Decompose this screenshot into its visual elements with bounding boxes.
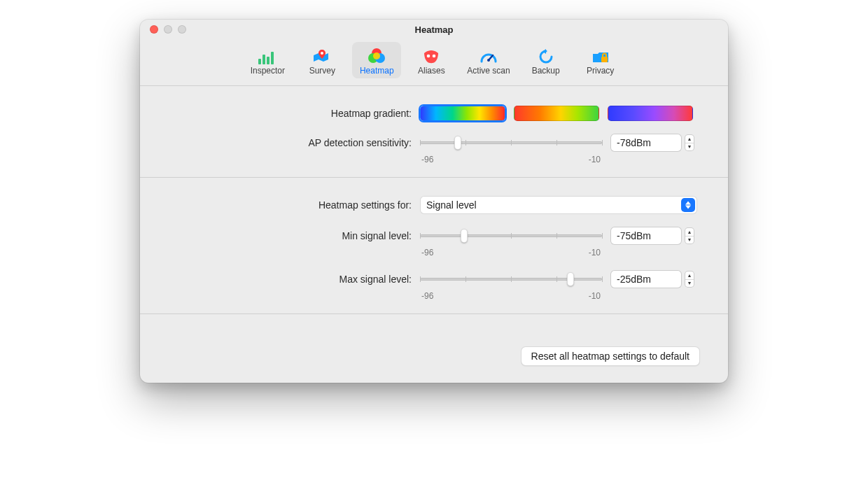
tab-label: Inspector: [251, 66, 285, 76]
window-title: Heatmap: [415, 24, 454, 35]
tab-label: Aliases: [418, 66, 445, 76]
svg-point-8: [373, 52, 380, 59]
range-max-label: -10: [589, 155, 601, 164]
tab-aliases[interactable]: Aliases: [407, 42, 456, 78]
min-signal-slider[interactable]: [420, 234, 602, 237]
ap-sensitivity-label: AP detection sensitivity:: [168, 137, 420, 148]
stepper-up-icon[interactable]: ▲: [685, 228, 694, 237]
tab-heatmap[interactable]: Heatmap: [352, 42, 401, 78]
reset-heatmap-button[interactable]: Reset all heatmap settings to default: [521, 346, 700, 366]
svg-point-10: [433, 55, 436, 58]
svg-rect-2: [267, 57, 270, 64]
toolbar-tabs: Inspector Survey: [140, 39, 728, 86]
traffic-lights: [150, 25, 186, 34]
color-blobs-icon: [366, 46, 387, 64]
max-signal-label: Max signal level:: [168, 274, 420, 285]
slider-thumb[interactable]: [461, 229, 468, 243]
gradient-options: [420, 106, 700, 121]
svg-point-12: [487, 59, 490, 62]
tab-survey[interactable]: Survey: [298, 42, 346, 78]
tab-label: Active scan: [467, 66, 510, 76]
folder-lock-icon: [590, 46, 611, 64]
range-min-label: -96: [421, 291, 433, 301]
map-pin-icon: [312, 46, 332, 64]
content-area: Heatmap gradient: AP detection sensitivi…: [140, 86, 728, 346]
zoom-window-button[interactable]: [178, 25, 186, 34]
tab-inspector[interactable]: Inspector: [243, 42, 292, 78]
mask-icon: [421, 46, 442, 64]
svg-rect-0: [258, 59, 261, 64]
minimize-window-button[interactable]: [164, 25, 172, 34]
tab-label: Privacy: [587, 66, 614, 76]
close-window-button[interactable]: [150, 25, 158, 34]
min-signal-label: Min signal level:: [168, 230, 420, 241]
stepper-up-icon[interactable]: ▲: [685, 135, 694, 143]
ap-sensitivity-slider[interactable]: [420, 141, 602, 144]
settings-for-label: Heatmap settings for:: [168, 199, 420, 211]
tab-label: Heatmap: [360, 66, 394, 76]
gradient-option-2[interactable]: [608, 106, 693, 121]
restore-arrow-icon: [536, 46, 556, 64]
svg-rect-1: [262, 55, 265, 64]
tab-privacy[interactable]: Privacy: [576, 42, 625, 78]
range-min-label: -96: [421, 248, 433, 257]
tab-label: Backup: [532, 66, 560, 76]
tab-label: Survey: [309, 66, 335, 76]
svg-point-4: [321, 52, 323, 55]
select-value: Signal level: [426, 199, 477, 211]
bars-icon: [257, 46, 278, 64]
titlebar: Heatmap: [140, 20, 728, 39]
slider-thumb[interactable]: [454, 136, 461, 150]
gradient-label: Heatmap gradient:: [168, 108, 420, 119]
range-max-label: -10: [589, 248, 601, 257]
gradient-option-0[interactable]: [420, 106, 505, 121]
section-divider: [140, 177, 728, 178]
preferences-window: Heatmap Inspector: [140, 20, 728, 383]
gradient-option-1[interactable]: [514, 106, 599, 121]
svg-point-9: [427, 55, 430, 58]
max-signal-slider[interactable]: [420, 278, 602, 281]
tab-active-scan[interactable]: Active scan: [461, 42, 515, 78]
section-divider: [140, 313, 728, 314]
range-min-label: -96: [421, 155, 433, 164]
range-max-label: -10: [589, 291, 601, 301]
chevron-up-down-icon: [681, 198, 695, 212]
svg-rect-3: [271, 52, 274, 64]
svg-rect-13: [601, 57, 608, 62]
stepper-up-icon[interactable]: ▲: [685, 271, 694, 280]
slider-thumb[interactable]: [567, 272, 574, 286]
tab-backup[interactable]: Backup: [522, 42, 570, 78]
gauge-icon: [478, 46, 499, 64]
settings-for-select[interactable]: Signal level: [420, 196, 697, 214]
